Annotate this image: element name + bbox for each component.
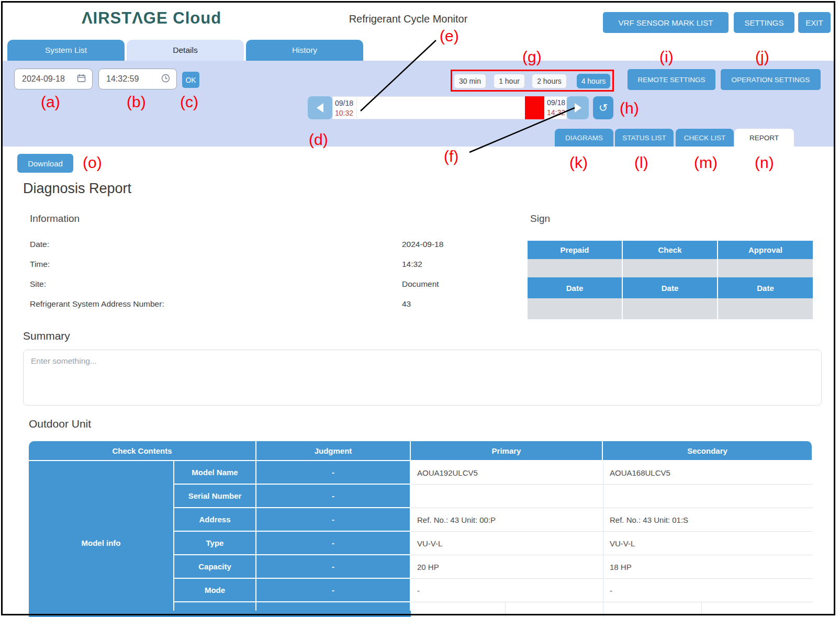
col-header-judgment: Judgment	[256, 441, 411, 461]
annotation-n: (n)	[755, 154, 774, 172]
outdoor-unit-heading: Outdoor Unit	[29, 418, 91, 430]
page-title: Refrigerant Cycle Monitor	[314, 12, 502, 26]
exit-button[interactable]: EXIT	[798, 12, 831, 33]
annotation-f: (f)	[444, 148, 458, 165]
annotation-b: (b)	[127, 93, 146, 111]
row-label: Capacity	[174, 555, 256, 579]
timeline-left-arrow-button[interactable]	[308, 96, 332, 119]
primary-cell: VU-V-L	[411, 532, 603, 555]
annotation-d: (d)	[309, 131, 328, 149]
subtab-status-list[interactable]: STATUS LIST	[615, 129, 674, 147]
col-header-secondary: Secondary	[603, 441, 813, 461]
secondary-cell	[603, 485, 813, 508]
judgment-cell: -	[256, 508, 411, 532]
range-2hours-button[interactable]: 2 hours	[532, 74, 567, 88]
judgment-cell: -	[256, 555, 411, 579]
primary-cell: AOUA192ULCV5	[411, 461, 603, 485]
sign-heading: Sign	[530, 213, 550, 225]
summary-textarea[interactable]	[23, 350, 822, 406]
remote-settings-button[interactable]: REMOTE SETTINGS	[628, 69, 715, 90]
secondary-cell: Ref. No.: 43 Unit: 01:S	[603, 508, 813, 532]
range-30min-button[interactable]: 30 min	[454, 74, 486, 88]
settings-button[interactable]: SETTINGS	[734, 12, 794, 33]
annotation-c: (c)	[180, 93, 198, 111]
primary-cell: -	[411, 579, 603, 602]
annotation-j: (j)	[755, 48, 769, 66]
row-label: Mode	[174, 579, 256, 602]
sign-empty-cell	[528, 298, 623, 319]
date-field[interactable]	[14, 69, 93, 89]
annotation-o: (o)	[83, 154, 102, 172]
info-site-label: Site:	[30, 279, 46, 289]
subtab-diagrams[interactable]: DIAGRAMS	[555, 129, 613, 147]
tab-details[interactable]: Details	[127, 40, 244, 61]
info-time-label: Time:	[30, 260, 50, 269]
sign-empty-cell	[718, 298, 813, 319]
info-refrigerant-address-value: 43	[402, 299, 411, 309]
sign-col-check: Check	[623, 241, 718, 259]
annotation-e: (e)	[440, 27, 459, 45]
calendar-icon[interactable]	[77, 74, 86, 85]
left-arrow-icon	[317, 103, 323, 113]
secondary-cell: 18 HP	[603, 555, 813, 579]
right-arrow-icon	[575, 103, 581, 113]
table-row: Model info Model Name - AOUA192ULCV5 AOU…	[29, 461, 813, 485]
table-row-partial	[351, 611, 411, 617]
timeline-end-date: 09/18	[547, 98, 565, 108]
annotation-k: (k)	[569, 154, 588, 172]
model-info-group-cell: Model info	[29, 461, 174, 617]
sign-empty-cell	[718, 259, 813, 277]
tab-history[interactable]: History	[246, 40, 363, 61]
subtab-check-list[interactable]: CHECK LIST	[676, 129, 734, 147]
table-row-partial	[29, 611, 174, 617]
timeline-label-divider	[356, 97, 357, 118]
clock-icon[interactable]	[161, 74, 170, 85]
annotation-l: (l)	[634, 154, 648, 172]
row-label: Model Name	[174, 461, 256, 485]
primary-cell-b: -	[505, 602, 603, 617]
outdoor-unit-table: Check Contents Judgment Primary Secondar…	[29, 441, 813, 617]
subtab-report[interactable]: REPORT	[734, 129, 794, 147]
judgment-cell: -	[256, 579, 411, 602]
sign-empty-cell	[528, 259, 623, 277]
range-4hours-button[interactable]: 4 hours	[577, 74, 610, 88]
row-label: Address	[174, 508, 256, 532]
timeline-end-time: 14:32	[547, 108, 565, 118]
time-input[interactable]	[105, 74, 160, 84]
judgment-cell: -	[256, 532, 411, 555]
date-input[interactable]	[21, 74, 75, 84]
timeline-right-arrow-button[interactable]	[567, 96, 589, 119]
ok-button[interactable]: OK	[182, 72, 199, 88]
timeline-slider-handle[interactable]	[525, 96, 544, 119]
info-refrigerant-address-label: Refrigerant System Address Number:	[30, 299, 164, 309]
primary-cell: 20 HP	[411, 555, 603, 579]
timeline-end-label: 09/18 14:32	[545, 96, 567, 118]
judgment-cell: -	[256, 485, 411, 508]
refresh-icon: ↺	[599, 102, 608, 114]
sign-empty-cell	[623, 259, 718, 277]
annotation-g: (g)	[522, 48, 542, 66]
sign-date-header: Date	[718, 277, 813, 298]
operation-settings-button[interactable]: OPERATION SETTINGS	[721, 69, 821, 90]
table-row-partial	[258, 611, 349, 617]
table-row-partial	[176, 611, 256, 617]
col-header-primary: Primary	[411, 441, 603, 461]
tab-system-list[interactable]: System List	[7, 40, 125, 61]
info-date-label: Date:	[30, 240, 49, 249]
secondary-cell-b: -	[701, 602, 813, 617]
summary-heading: Summary	[23, 330, 70, 342]
col-header-check-contents: Check Contents	[29, 441, 256, 461]
primary-cell-a: -	[411, 602, 505, 617]
vrf-sensor-mark-list-button[interactable]: VRF SENSOR MARK LIST	[603, 12, 729, 33]
range-1hour-button[interactable]: 1 hour	[494, 74, 525, 88]
secondary-cell: -	[603, 579, 813, 602]
annotation-h: (h)	[620, 99, 639, 117]
sign-date-header: Date	[528, 277, 623, 298]
sign-date-header: Date	[623, 277, 718, 298]
time-field[interactable]	[98, 69, 177, 89]
sign-col-approval: Approval	[718, 241, 813, 259]
download-button[interactable]: Download	[17, 154, 73, 173]
secondary-cell: AOUA168ULCV5	[603, 461, 813, 485]
refresh-button[interactable]: ↺	[593, 96, 613, 119]
info-date-value: 2024-09-18	[402, 240, 443, 249]
